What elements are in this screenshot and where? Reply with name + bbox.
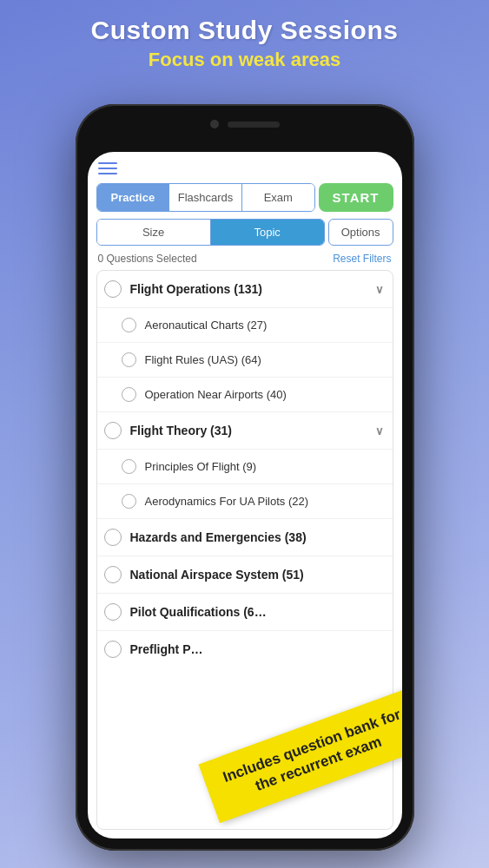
- sub-title: Focus on weak areas: [17, 49, 472, 71]
- radio-hazards[interactable]: [104, 529, 122, 546]
- filter-group: Size Topic: [96, 219, 325, 246]
- radio-flight-rules[interactable]: [122, 352, 136, 367]
- topic-label-hazards: Hazards and Emergencies (38): [130, 530, 384, 544]
- hamburger-menu[interactable]: [96, 162, 393, 174]
- topic-child-aeronautical-charts[interactable]: Aeronautical Charts (27): [97, 308, 393, 343]
- filter-row: Size Topic Options: [96, 219, 393, 246]
- filter-size[interactable]: Size: [97, 220, 211, 245]
- options-button[interactable]: Options: [328, 219, 393, 246]
- topic-label-preflight: Preflight P…: [130, 642, 384, 656]
- topic-label-flight-operations: Flight Operations (131): [130, 282, 375, 296]
- topic-label-principles-of-flight: Principles Of Flight (9): [145, 460, 384, 473]
- reset-filters[interactable]: Reset Filters: [333, 253, 391, 265]
- radio-flight-operations[interactable]: [104, 280, 122, 298]
- radio-aerodynamics[interactable]: [122, 494, 136, 509]
- topic-parent-pilot-qualifications[interactable]: Pilot Qualifications (6…: [97, 594, 393, 631]
- questions-selected: 0 Questions Selected: [98, 253, 197, 265]
- radio-aeronautical-charts[interactable]: [122, 318, 136, 332]
- start-button[interactable]: START: [319, 183, 393, 212]
- chevron-flight-operations: ∨: [375, 283, 384, 296]
- tab-group: Practice Flashcards Exam: [96, 183, 315, 212]
- topic-parent-flight-operations[interactable]: Flight Operations (131) ∨: [97, 271, 393, 308]
- radio-national-airspace[interactable]: [104, 566, 122, 583]
- phone-screen: Practice Flashcards Exam START Size Topi…: [88, 152, 402, 838]
- topic-parent-preflight[interactable]: Preflight P…: [97, 631, 393, 667]
- topic-label-operation-near-airports: Operation Near Airports (40): [145, 388, 384, 401]
- radio-principles-of-flight[interactable]: [122, 459, 136, 474]
- tabs-row: Practice Flashcards Exam START: [96, 183, 393, 212]
- topic-parent-hazards[interactable]: Hazards and Emergencies (38): [97, 519, 393, 556]
- topic-label-aerodynamics: Aerodynamics For UA Pilots (22): [145, 495, 384, 508]
- topic-label-national-airspace: National Airspace System (51): [130, 568, 384, 582]
- phone-notch: [210, 120, 280, 128]
- topic-child-flight-rules[interactable]: Flight Rules (UAS) (64): [97, 343, 393, 378]
- topic-parent-flight-theory[interactable]: Flight Theory (31) ∨: [97, 412, 393, 450]
- radio-operation-near-airports[interactable]: [122, 387, 136, 402]
- topic-label-flight-theory: Flight Theory (31): [130, 424, 375, 437]
- tab-exam[interactable]: Exam: [242, 184, 314, 211]
- tab-flashcards[interactable]: Flashcards: [169, 184, 242, 211]
- tab-practice[interactable]: Practice: [97, 184, 170, 211]
- main-title: Custom Study Sessions: [17, 16, 472, 45]
- speaker-bar: [228, 122, 280, 128]
- topic-child-aerodynamics[interactable]: Aerodynamics For UA Pilots (22): [97, 484, 393, 519]
- phone-frame: Practice Flashcards Exam START Size Topi…: [76, 104, 414, 851]
- topic-parent-national-airspace[interactable]: National Airspace System (51): [97, 556, 393, 594]
- topic-child-principles-of-flight[interactable]: Principles Of Flight (9): [97, 450, 393, 484]
- topic-label-pilot-qualifications: Pilot Qualifications (6…: [130, 605, 384, 619]
- status-bar: 0 Questions Selected Reset Filters: [96, 251, 393, 270]
- topic-child-operation-near-airports[interactable]: Operation Near Airports (40): [97, 378, 393, 412]
- radio-pilot-qualifications[interactable]: [104, 603, 122, 621]
- filter-topic[interactable]: Topic: [211, 220, 324, 245]
- radio-flight-theory[interactable]: [104, 422, 122, 439]
- camera-dot: [210, 120, 219, 128]
- chevron-flight-theory: ∨: [375, 424, 384, 437]
- radio-preflight[interactable]: [104, 641, 122, 658]
- topic-label-flight-rules: Flight Rules (UAS) (64): [145, 353, 384, 366]
- topic-label-aeronautical-charts: Aeronautical Charts (27): [145, 319, 384, 332]
